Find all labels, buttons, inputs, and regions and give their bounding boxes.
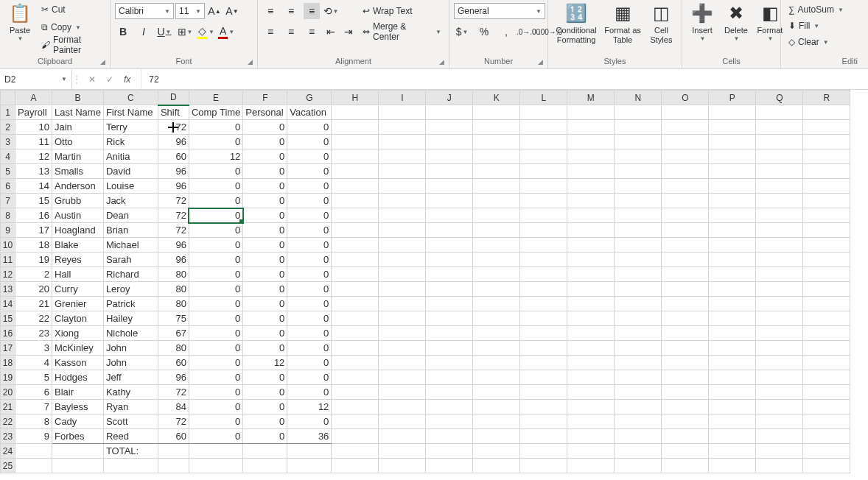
- cell-M13[interactable]: [567, 282, 615, 297]
- cell-F15[interactable]: 0: [243, 311, 287, 326]
- column-header-O[interactable]: O: [662, 91, 709, 105]
- cell-K14[interactable]: [473, 297, 520, 311]
- cell-G23[interactable]: 36: [287, 429, 332, 444]
- row-header-2[interactable]: 2: [1, 120, 15, 135]
- cell-R14[interactable]: [803, 297, 850, 311]
- cell-L11[interactable]: [520, 253, 567, 267]
- cell-C16[interactable]: Nichole: [103, 326, 158, 341]
- cell-B20[interactable]: Blair: [52, 385, 104, 400]
- italic-button[interactable]: I: [136, 24, 152, 40]
- cell-L1[interactable]: [520, 105, 567, 120]
- column-header-L[interactable]: L: [520, 91, 567, 105]
- cell-F8[interactable]: 0: [243, 208, 287, 223]
- cell-K11[interactable]: [473, 253, 520, 267]
- cell-R15[interactable]: [803, 311, 850, 326]
- cell-H25[interactable]: [332, 459, 379, 473]
- cell-C6[interactable]: Louise: [103, 179, 158, 194]
- cell-D16[interactable]: 67: [158, 326, 189, 341]
- cell-H12[interactable]: [332, 267, 379, 282]
- cell-A24[interactable]: [15, 444, 52, 459]
- cell-Q6[interactable]: [756, 179, 803, 194]
- cell-G7[interactable]: 0: [287, 194, 332, 208]
- cell-F24[interactable]: [243, 444, 287, 459]
- cell-R21[interactable]: [803, 400, 850, 414]
- cell-O2[interactable]: [662, 120, 709, 135]
- cell-B25[interactable]: [52, 459, 104, 473]
- cell-G1[interactable]: Vacation: [287, 105, 332, 120]
- cell-D18[interactable]: 60: [158, 356, 189, 370]
- cell-E8[interactable]: 0: [189, 208, 242, 223]
- cell-I14[interactable]: [379, 297, 426, 311]
- cell-B14[interactable]: Grenier: [52, 297, 104, 311]
- cell-Q18[interactable]: [756, 356, 803, 370]
- cell-Q21[interactable]: [756, 400, 803, 414]
- cell-E17[interactable]: 0: [189, 341, 242, 356]
- cell-Q11[interactable]: [756, 253, 803, 267]
- cell-D13[interactable]: 80: [158, 282, 189, 297]
- cell-I19[interactable]: [379, 370, 426, 385]
- cell-R22[interactable]: [803, 414, 850, 429]
- cell-O16[interactable]: [662, 326, 709, 341]
- cell-F3[interactable]: 0: [243, 135, 287, 149]
- cell-I10[interactable]: [379, 238, 426, 253]
- row-header-19[interactable]: 19: [1, 370, 15, 385]
- cell-M2[interactable]: [567, 120, 615, 135]
- cell-N10[interactable]: [615, 238, 662, 253]
- cell-C8[interactable]: Dean: [103, 208, 158, 223]
- format-painter-button[interactable]: 🖌 Format Painter: [38, 37, 105, 53]
- cell-M25[interactable]: [567, 459, 615, 473]
- cell-H8[interactable]: [332, 208, 379, 223]
- cell-C24[interactable]: TOTAL:: [103, 444, 158, 459]
- cell-M4[interactable]: [567, 149, 615, 164]
- cell-P7[interactable]: [709, 194, 756, 208]
- cell-G18[interactable]: 0: [287, 356, 332, 370]
- cell-P9[interactable]: [709, 223, 756, 238]
- cell-O4[interactable]: [662, 149, 709, 164]
- cell-N12[interactable]: [615, 267, 662, 282]
- column-header-A[interactable]: A: [15, 91, 52, 105]
- cell-O12[interactable]: [662, 267, 709, 282]
- cell-I23[interactable]: [379, 429, 426, 444]
- dialog-launcher-icon[interactable]: ◢: [100, 58, 105, 66]
- cell-G16[interactable]: 0: [287, 326, 332, 341]
- cell-O14[interactable]: [662, 297, 709, 311]
- cell-C22[interactable]: Scott: [103, 414, 158, 429]
- cell-F21[interactable]: 0: [243, 400, 287, 414]
- cell-J18[interactable]: [426, 356, 473, 370]
- cell-K13[interactable]: [473, 282, 520, 297]
- conditional-formatting-button[interactable]: 🔢 Conditional Formatting: [553, 1, 600, 46]
- cell-M3[interactable]: [567, 135, 615, 149]
- name-box[interactable]: D2 ▼: [0, 69, 72, 89]
- merge-center-button[interactable]: ⇔ Merge & Center ▼: [360, 24, 444, 40]
- formula-input[interactable]: 72: [141, 69, 868, 89]
- cell-B19[interactable]: Hodges: [52, 370, 104, 385]
- row-header-3[interactable]: 3: [1, 135, 15, 149]
- cell-J4[interactable]: [426, 149, 473, 164]
- cell-O18[interactable]: [662, 356, 709, 370]
- cell-E18[interactable]: 0: [189, 356, 242, 370]
- cell-J17[interactable]: [426, 341, 473, 356]
- fill-color-button[interactable]: ◇▼: [197, 24, 214, 40]
- autosum-button[interactable]: ∑ AutoSum ▼: [785, 1, 847, 18]
- column-header-G[interactable]: G: [287, 91, 332, 105]
- cell-A25[interactable]: [15, 459, 52, 473]
- cell-O1[interactable]: [662, 105, 709, 120]
- cell-H16[interactable]: [332, 326, 379, 341]
- cell-O9[interactable]: [662, 223, 709, 238]
- row-header-14[interactable]: 14: [1, 297, 15, 311]
- cell-G22[interactable]: 0: [287, 414, 332, 429]
- cell-D15[interactable]: 75: [158, 311, 189, 326]
- orientation-button[interactable]: ⟲▼: [323, 3, 339, 19]
- cell-L8[interactable]: [520, 208, 567, 223]
- cell-A9[interactable]: 17: [15, 223, 52, 238]
- cell-O5[interactable]: [662, 164, 709, 179]
- cell-B16[interactable]: Xiong: [52, 326, 104, 341]
- row-header-25[interactable]: 25: [1, 459, 15, 473]
- cell-M12[interactable]: [567, 267, 615, 282]
- cell-C5[interactable]: David: [103, 164, 158, 179]
- cell-N1[interactable]: [615, 105, 662, 120]
- cell-D4[interactable]: 60: [158, 149, 189, 164]
- cell-L21[interactable]: [520, 400, 567, 414]
- cell-M1[interactable]: [567, 105, 615, 120]
- cell-G12[interactable]: 0: [287, 267, 332, 282]
